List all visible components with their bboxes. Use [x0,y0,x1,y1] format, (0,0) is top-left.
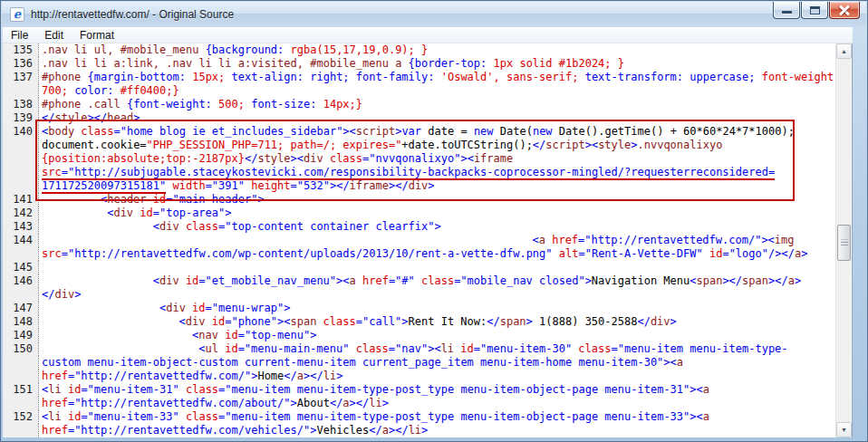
code-segment: class [572,342,611,355]
menubar-item-format[interactable]: Format [72,27,122,43]
code-segment: ></ [350,397,370,409]
code-segment: ="#" [389,274,415,287]
code-segment: {position:absolute;top:-2187px} [42,152,245,165]
code-segment: span [290,315,316,328]
code-row: 700; color: #ff0400;} [3,84,852,98]
code-segment: 500; [212,98,251,110]
code-segment: .nav li li a:link, .nav li li a:visited,… [42,57,409,70]
code-line: <nav id="top-menu"> [39,329,316,342]
line-number: 140 [3,125,39,139]
code-line: <div id="et_mobile_nav_menu"><a href="#"… [39,274,801,288]
source-viewer-window: e http://rentavettedfw.com/ - Original S… [0,0,868,442]
code-segment: ="menu-main-menu" [238,342,350,355]
line-number: 138 [3,98,39,111]
code-row: {position:absolute;top:-2187px}</style><… [3,152,852,166]
code-line: href="http://rentavettedfw.com/">Home</a… [39,370,342,383]
code-segment: id [147,193,167,206]
line-number [3,424,39,437]
code-line: custom menu-item-object-custom current-m… [39,356,683,370]
code-segment: script [356,125,395,138]
line-number [3,84,39,98]
menubar-item-edit[interactable]: Edit [36,27,72,43]
code-segment: ="http://rentavettedfw.com/wp-content/up… [62,247,553,260]
source-code-viewport[interactable]: 135.nav li ul, #mobile_menu {background:… [3,43,853,437]
line-number: 141 [3,193,39,207]
code-row: 137#phone {margin-bottom: 15px; text-ali… [3,71,852,84]
code-segment: </ [284,370,296,382]
code-segment: ="et_mobile_nav_menu">< [198,274,349,287]
code-segment: ></ [88,111,108,124]
code-segment: 1px solid #1b2024; } [487,57,624,70]
code-line: 700; color: #ff0400;} [39,84,179,98]
code-segment: a [788,274,795,287]
code-segment: li [48,410,61,423]
line-number: 150 [3,342,39,356]
code-segment: body [48,125,74,138]
scroll-up-button[interactable]: ▲ [836,43,852,59]
code-segment: ="menu-item-31" [81,383,178,396]
code-line: .nav li ul, #mobile_menu {background: rg… [39,43,428,57]
code-segment: li [409,424,421,437]
minimize-button[interactable] [773,2,800,19]
code-segment: ="http://rentavettedfw.com/vehicles/"> [68,424,317,437]
code-segment: ="http://rentavettedfw.com/"> [68,370,258,382]
code-segment: div [409,179,429,192]
code-segment: 1(888) 350-2588 [533,315,638,328]
code-segment: < [153,220,159,233]
code-line: #phone {margin-bottom: 15px; text-align:… [39,71,840,84]
code-segment: 15px; [186,71,232,83]
code-segment: ="menu-item menu-item-type- [612,342,788,355]
scrollbar-thumb[interactable] [837,225,851,261]
code-line: .nav li li a:link, .nav li li a:visited,… [39,57,624,71]
code-segment: header [107,193,146,206]
code-row: 139</style></head> [3,111,852,125]
code-segment: div [54,288,74,301]
minimize-icon [782,11,792,14]
code-segment: >var [395,125,421,138]
code-segment: href [42,397,68,409]
title-bar[interactable]: e http://rentavettedfw.com/ - Original S… [2,2,866,27]
code-segment: .nav li ul, #mobile_menu [42,43,206,56]
code-segment: id [218,342,238,355]
code-segment: id [62,383,82,396]
code-row: 145 [3,261,852,274]
code-row: 146<div id="et_mobile_nav_menu"><a href=… [3,274,852,288]
code-segment: id [454,342,474,355]
code-segment: </ [533,139,545,151]
line-number: 144 [3,234,39,247]
code-line: <ul id="menu-main-menu" class="nav"><li … [39,342,788,356]
close-icon [838,4,851,16]
code-segment: script [545,139,584,151]
scroll-down-button[interactable]: ▼ [836,422,852,437]
close-button[interactable] [829,2,860,19]
code-segment: ="phone">< [225,315,290,328]
code-segment: src [42,166,62,180]
line-number: 136 [3,57,39,71]
code-line: <div id="top-area"> [39,207,232,220]
vertical-scrollbar[interactable]: ▲ ▼ [835,43,851,437]
code-segment: text-transform: uppercase; [585,71,762,83]
code-segment: li [48,383,61,396]
code-segment: href [356,274,389,287]
code-segment: </ [42,111,54,124]
line-number: 147 [3,302,39,315]
code-segment: href [42,424,68,437]
menu-bar: FileEditFormat [3,27,853,43]
maximize-icon [810,6,820,14]
code-segment: > [428,179,434,192]
code-row: 148<div id="phone"><span class="call">Re… [3,315,852,329]
code-row: 136.nav li li a:link, .nav li li a:visit… [3,57,852,71]
code-segment: class [323,152,362,165]
code-segment: iframe [350,179,389,192]
code-segment: < [179,315,186,328]
code-segment: ul [206,342,218,355]
code-segment: iframe [474,152,513,165]
menubar-item-file[interactable]: File [3,27,36,43]
maximize-button[interactable] [801,2,828,19]
code-segment: ="nvvqonalixyo">< [362,152,474,165]
code-segment: ></ [389,424,409,437]
code-segment: 171172520097315181" [42,179,166,194]
code-segment: class [179,383,218,396]
code-segment: style [598,139,631,151]
code-segment: class [349,342,388,355]
